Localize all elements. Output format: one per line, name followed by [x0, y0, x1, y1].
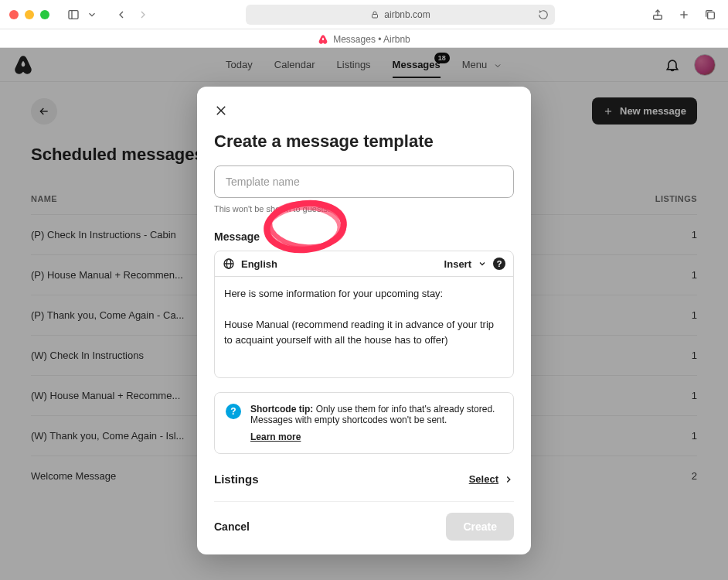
create-template-modal: Create a message template This won't be … — [197, 87, 531, 554]
lock-icon — [370, 10, 379, 19]
message-editor: English Insert ? Here is some informatio… — [214, 251, 514, 378]
tip-label: Shortcode tip: — [250, 404, 313, 415]
listings-select-link[interactable]: Select — [469, 473, 514, 485]
close-window-icon[interactable] — [9, 10, 19, 19]
modal-overlay[interactable]: Create a message template This won't be … — [0, 48, 728, 580]
insert-label: Insert — [444, 258, 471, 270]
nav-forward-icon[interactable] — [134, 6, 151, 23]
message-section-label: Message — [214, 230, 514, 243]
share-icon[interactable] — [649, 6, 666, 23]
window-controls — [9, 10, 49, 19]
shortcode-tip-card: ? Shortcode tip: Only use them for info … — [214, 392, 514, 454]
insert-shortcode-button[interactable]: Insert ? — [444, 258, 505, 270]
sidebar-toggle-icon[interactable] — [65, 6, 82, 23]
help-icon[interactable]: ? — [493, 258, 505, 270]
airbnb-logo-icon — [318, 34, 328, 45]
template-name-input[interactable] — [214, 165, 514, 198]
tabs-overview-icon[interactable] — [702, 6, 719, 23]
browser-chrome: airbnb.com — [0, 0, 728, 29]
message-textarea[interactable]: Here is some information for your upcomi… — [215, 277, 513, 377]
listings-row[interactable]: Listings Select — [214, 468, 514, 490]
url-bar[interactable]: airbnb.com — [246, 5, 555, 25]
nav-back-icon[interactable] — [113, 6, 130, 23]
svg-rect-0 — [69, 10, 78, 19]
tab-title-text: Messages • Airbnb — [333, 34, 410, 45]
chevron-right-icon — [503, 474, 514, 485]
globe-icon — [223, 258, 235, 270]
select-label: Select — [469, 473, 498, 485]
cancel-button[interactable]: Cancel — [214, 520, 250, 533]
fullscreen-window-icon[interactable] — [40, 10, 49, 19]
svg-rect-6 — [708, 12, 715, 19]
reload-icon[interactable] — [538, 9, 549, 20]
chevron-down-icon — [478, 259, 487, 268]
learn-more-link[interactable]: Learn more — [250, 432, 301, 442]
language-label: English — [241, 258, 277, 270]
browser-tab-title: Messages • Airbnb — [0, 29, 728, 48]
new-tab-icon[interactable] — [675, 6, 692, 23]
info-icon: ? — [226, 404, 241, 419]
minimize-window-icon[interactable] — [25, 10, 34, 19]
chevron-down-icon[interactable] — [87, 6, 97, 23]
svg-rect-2 — [373, 14, 378, 18]
close-icon[interactable] — [214, 104, 228, 118]
create-button[interactable]: Create — [446, 513, 514, 541]
modal-title: Create a message template — [214, 131, 514, 152]
listings-label: Listings — [214, 473, 259, 486]
site-frame: Today Calendar Listings Messages 18 Menu — [0, 48, 728, 580]
url-host: airbnb.com — [384, 9, 430, 20]
language-selector[interactable]: English — [223, 258, 277, 270]
template-name-hint: This won't be shown to guests. — [214, 204, 514, 213]
